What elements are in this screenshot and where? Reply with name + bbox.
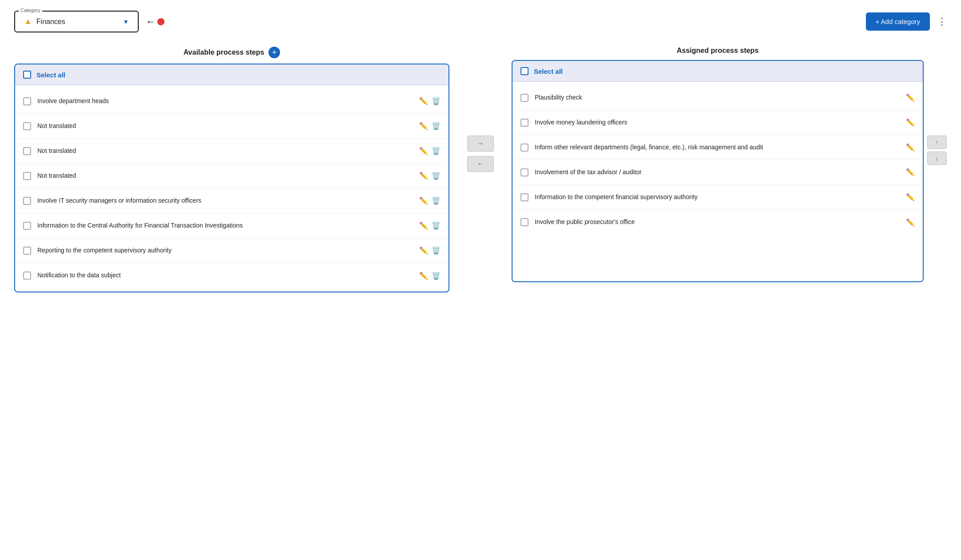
left-item-5-edit-icon[interactable]: ✏️: [419, 196, 428, 205]
right-item-1-actions: ✏️: [906, 93, 915, 102]
transfer-left-button[interactable]: ←: [467, 156, 494, 172]
transfer-buttons: → ←: [467, 47, 494, 172]
left-item-7-delete-icon[interactable]: 🗑️: [432, 246, 440, 255]
right-item-2-actions: ✏️: [906, 118, 915, 127]
left-item-2-delete-icon[interactable]: 🗑️: [432, 122, 440, 130]
more-options-icon[interactable]: ⋮: [937, 16, 947, 28]
left-select-all-checkbox[interactable]: [23, 71, 31, 79]
right-item-5-actions: ✏️: [906, 193, 915, 201]
category-icon: ▲: [24, 17, 32, 26]
category-selector-wrapper: Category ▲ Finances ▼ ←: [14, 11, 164, 32]
transfer-right-button[interactable]: →: [467, 136, 494, 152]
right-item-4: Involvement of the tax advisor / auditor…: [513, 160, 923, 185]
left-item-6-delete-icon[interactable]: 🗑️: [432, 221, 440, 230]
right-item-6-edit-icon[interactable]: ✏️: [906, 218, 915, 227]
add-process-step-button[interactable]: +: [268, 47, 280, 58]
left-select-all-row[interactable]: Select all: [15, 64, 448, 85]
right-item-5-edit-icon[interactable]: ✏️: [906, 193, 915, 201]
right-item-6-text: Involve the public prosecutor's office: [535, 218, 900, 227]
left-item-2: Not translated ✏️ 🗑️: [15, 114, 448, 139]
left-item-8-actions: ✏️ 🗑️: [419, 272, 440, 280]
left-item-7-checkbox[interactable]: [23, 247, 31, 255]
left-panel-scroll[interactable]: Involve department heads ✏️ 🗑️ Not trans…: [15, 85, 448, 292]
left-item-2-actions: ✏️ 🗑️: [419, 122, 440, 130]
left-item-7-edit-icon[interactable]: ✏️: [419, 246, 428, 255]
left-item-3-edit-icon[interactable]: ✏️: [419, 147, 428, 155]
add-category-button[interactable]: + Add category: [866, 12, 930, 31]
left-item-3-checkbox[interactable]: [23, 147, 31, 155]
left-item-1-edit-icon[interactable]: ✏️: [419, 97, 428, 105]
left-item-8-checkbox[interactable]: [23, 272, 31, 280]
category-value: Finances: [36, 18, 118, 26]
right-item-3-text: Inform other relevant departments (legal…: [535, 143, 900, 152]
left-item-7: Reporting to the competent supervisory a…: [15, 238, 448, 263]
right-item-1-checkbox[interactable]: [521, 94, 529, 102]
left-select-all-label: Select all: [36, 71, 65, 79]
right-item-2-text: Involve money laundering officers: [535, 118, 900, 127]
left-item-4-text: Not translated: [37, 172, 413, 180]
right-item-5: Information to the competent financial s…: [513, 185, 923, 210]
order-up-button[interactable]: ↑: [927, 136, 947, 149]
left-item-1: Involve department heads ✏️ 🗑️: [15, 89, 448, 114]
left-panel-title-text: Available process steps: [184, 48, 264, 56]
right-select-all-row[interactable]: Select all: [513, 61, 923, 82]
header-row: Category ▲ Finances ▼ ← + Add category ⋮: [14, 11, 947, 32]
left-item-7-actions: ✏️ 🗑️: [419, 246, 440, 255]
left-item-4-delete-icon[interactable]: 🗑️: [432, 172, 440, 180]
left-item-4-checkbox[interactable]: [23, 172, 31, 180]
left-item-8-text: Notification to the data subject: [37, 271, 413, 280]
left-item-1-text: Involve department heads: [37, 97, 413, 106]
left-process-panel: Select all Involve department heads ✏️ 🗑…: [14, 64, 449, 292]
right-panel-wrapper: Assigned process steps Select all Plausi…: [512, 47, 924, 282]
left-item-3-text: Not translated: [37, 147, 413, 156]
left-item-6-checkbox[interactable]: [23, 222, 31, 230]
right-item-3-checkbox[interactable]: [521, 144, 529, 152]
right-item-1-edit-icon[interactable]: ✏️: [906, 93, 915, 102]
order-down-button[interactable]: ↓: [927, 152, 947, 165]
right-item-6-checkbox[interactable]: [521, 218, 529, 226]
right-panel-title: Assigned process steps: [512, 47, 924, 55]
left-item-3-delete-icon[interactable]: 🗑️: [432, 147, 440, 155]
left-item-6-text: Information to the Central Authority for…: [37, 221, 413, 230]
right-item-4-text: Involvement of the tax advisor / auditor: [535, 168, 900, 177]
right-item-5-checkbox[interactable]: [521, 193, 529, 201]
left-item-4-edit-icon[interactable]: ✏️: [419, 172, 428, 180]
left-panel-items: Involve department heads ✏️ 🗑️ Not trans…: [15, 85, 448, 292]
left-item-6: Information to the Central Authority for…: [15, 213, 448, 238]
left-item-5-actions: ✏️ 🗑️: [419, 196, 440, 205]
left-item-5-text: Involve IT security managers or informat…: [37, 196, 413, 205]
left-item-8-delete-icon[interactable]: 🗑️: [432, 272, 440, 280]
right-select-all-checkbox[interactable]: [521, 67, 529, 75]
right-item-3-actions: ✏️: [906, 143, 915, 152]
left-item-6-actions: ✏️ 🗑️: [419, 221, 440, 230]
left-item-8: Notification to the data subject ✏️ 🗑️: [15, 263, 448, 288]
arrow-indicator: ←: [146, 16, 164, 28]
left-item-1-checkbox[interactable]: [23, 97, 31, 105]
order-buttons: ↑ ↓: [927, 47, 947, 165]
left-panel-wrapper: Available process steps + Select all Inv…: [14, 47, 449, 292]
chevron-down-icon: ▼: [123, 18, 129, 25]
right-select-all-label: Select all: [534, 68, 563, 75]
category-dropdown[interactable]: ▲ Finances ▼: [19, 13, 134, 30]
right-panel-title-text: Assigned process steps: [677, 47, 758, 55]
arrow-left-icon: ←: [146, 16, 156, 28]
right-item-4-edit-icon[interactable]: ✏️: [906, 168, 915, 176]
left-item-6-edit-icon[interactable]: ✏️: [419, 221, 428, 230]
left-item-2-edit-icon[interactable]: ✏️: [419, 122, 428, 130]
left-item-5-delete-icon[interactable]: 🗑️: [432, 196, 440, 205]
category-box: Category ▲ Finances ▼: [14, 11, 139, 32]
left-item-8-edit-icon[interactable]: ✏️: [419, 272, 428, 280]
left-item-5: Involve IT security managers or informat…: [15, 188, 448, 213]
right-item-6: Involve the public prosecutor's office ✏…: [513, 210, 923, 235]
right-item-4-checkbox[interactable]: [521, 168, 529, 176]
left-item-3-actions: ✏️ 🗑️: [419, 147, 440, 155]
right-item-2-checkbox[interactable]: [521, 119, 529, 127]
left-item-4-actions: ✏️ 🗑️: [419, 172, 440, 180]
left-item-1-delete-icon[interactable]: 🗑️: [432, 97, 440, 105]
right-item-4-actions: ✏️: [906, 168, 915, 176]
left-item-2-checkbox[interactable]: [23, 122, 31, 130]
right-item-2-edit-icon[interactable]: ✏️: [906, 118, 915, 127]
right-item-3-edit-icon[interactable]: ✏️: [906, 143, 915, 152]
left-item-5-checkbox[interactable]: [23, 197, 31, 205]
category-field-label: Category: [19, 8, 42, 13]
